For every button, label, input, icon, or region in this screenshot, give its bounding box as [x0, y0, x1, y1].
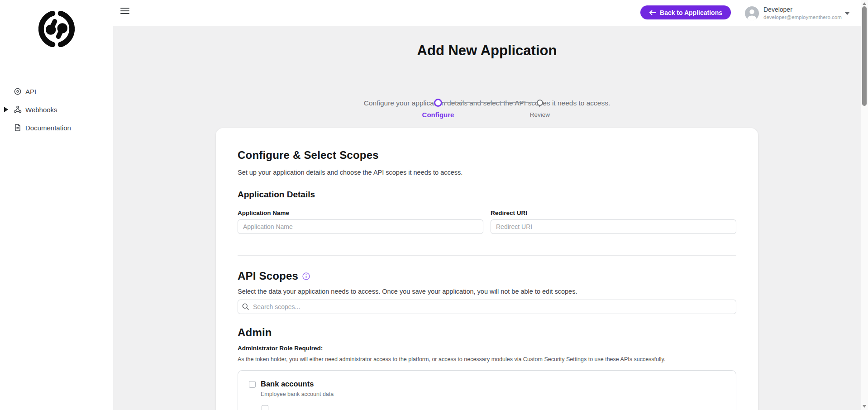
vertical-scrollbar[interactable]	[861, 0, 868, 410]
redirect-uri-label: Redirect URI	[491, 210, 736, 216]
application-name-input[interactable]	[238, 219, 483, 234]
search-icon	[242, 303, 249, 310]
user-email: developer@employmenthero.com	[763, 14, 842, 20]
main-content: Add New Application Configure your appli…	[113, 26, 861, 410]
step-review-circle	[537, 100, 543, 106]
scope-row-bank-accounts[interactable]: Bank accounts	[249, 380, 725, 388]
api-scopes-heading-row: API Scopes	[238, 270, 736, 282]
user-name: Developer	[763, 6, 842, 14]
child-scope-checkbox[interactable]	[262, 405, 268, 410]
admin-section-heading: Admin	[238, 326, 736, 339]
api-scopes-heading: API Scopes	[238, 270, 298, 282]
sidebar-item-label: API	[25, 88, 36, 95]
application-name-label: Application Name	[238, 210, 483, 216]
redirect-uri-field-group: Redirect URI	[491, 210, 736, 234]
api-scopes-description: Select the data your application needs t…	[238, 288, 736, 295]
scope-search-input[interactable]	[238, 300, 736, 314]
sidebar-item-label: Documentation	[25, 124, 71, 132]
bank-accounts-checkbox[interactable]	[249, 381, 256, 388]
redirect-uri-input[interactable]	[491, 219, 736, 234]
sidebar-nav: API Webhooks	[0, 82, 113, 137]
scroll-down-icon[interactable]	[863, 405, 866, 408]
sidebar-item-label: Webhooks	[25, 106, 57, 114]
section-divider	[238, 255, 736, 256]
step-configure-circle	[434, 99, 442, 107]
sidebar-item-webhooks[interactable]: Webhooks	[0, 100, 113, 119]
arrow-left-icon	[649, 10, 656, 15]
scroll-up-icon[interactable]	[863, 2, 866, 5]
step-configure-label: Configure	[411, 111, 465, 119]
document-icon	[14, 124, 22, 132]
page-title: Add New Application	[113, 43, 861, 59]
webhooks-nodes-icon	[14, 105, 22, 114]
app-root: API Webhooks	[0, 0, 868, 410]
scrollbar-thumb[interactable]	[862, 6, 867, 106]
back-button-label: Back to Applications	[660, 9, 722, 16]
menu-icon[interactable]	[120, 8, 129, 15]
api-dial-icon	[14, 87, 22, 95]
configure-card: Configure & Select Scopes Set up your ap…	[216, 128, 758, 410]
sidebar: API Webhooks	[0, 0, 113, 410]
employment-hero-logo-icon[interactable]	[38, 11, 75, 47]
user-menu[interactable]: Developer developer@employmenthero.com	[745, 5, 854, 22]
scope-search	[238, 300, 736, 314]
info-icon[interactable]	[302, 272, 310, 280]
card-subheading: Set up your application details and choo…	[238, 169, 736, 176]
sidebar-item-api[interactable]: API	[0, 82, 113, 100]
application-details-heading: Application Details	[238, 190, 736, 200]
admin-role-required-label: Administrator Role Required:	[238, 345, 736, 352]
admin-scopes-card: Bank accounts Employee bank account data	[238, 370, 736, 410]
avatar-person-icon	[745, 6, 759, 20]
scope-description: Employee bank account data	[249, 391, 725, 397]
card-heading: Configure & Select Scopes	[238, 149, 736, 162]
chevron-down-icon[interactable]	[844, 12, 850, 15]
application-name-field-group: Application Name	[238, 210, 483, 234]
stepper-connector	[443, 102, 537, 103]
application-details-form: Application Name Redirect URI	[238, 210, 736, 234]
expander-triangle-icon[interactable]	[4, 107, 8, 112]
admin-role-required-note: As the token holder, you will either nee…	[238, 356, 736, 362]
user-meta: Developer developer@employmenthero.com	[763, 6, 842, 20]
step-review-label: Review	[513, 111, 567, 118]
stepper: Configure Review	[387, 99, 587, 125]
back-to-applications-button[interactable]: Back to Applications	[640, 5, 731, 19]
sidebar-item-documentation[interactable]: Documentation	[0, 119, 113, 137]
scope-title: Bank accounts	[261, 380, 314, 388]
avatar	[745, 6, 759, 20]
